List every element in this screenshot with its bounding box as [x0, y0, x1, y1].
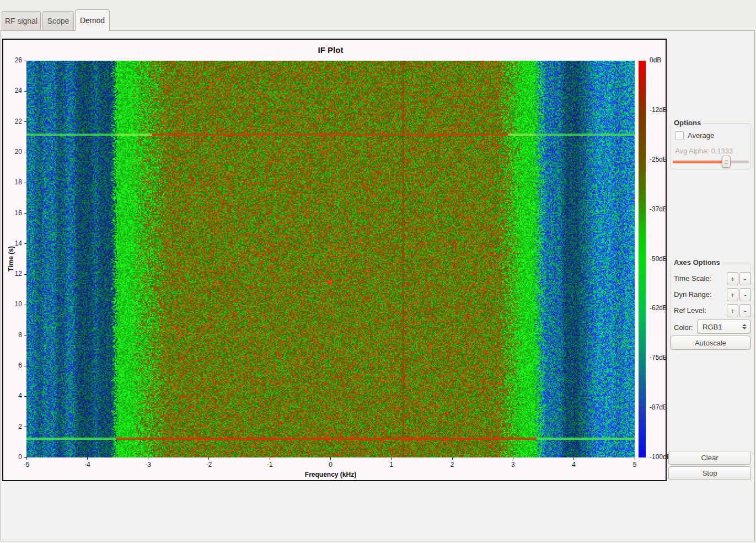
- options-group-title: Options: [672, 119, 703, 127]
- y-tick-label: 10: [2, 300, 22, 308]
- axes-options-group-title: Axes Options: [672, 258, 722, 267]
- plot-title: IF Plot: [26, 45, 635, 55]
- x-tick-mark: [208, 457, 209, 460]
- x-axis-label: Frequency (kHz): [26, 471, 635, 478]
- x-tick-mark: [148, 457, 148, 460]
- y-tick-mark: [24, 121, 26, 122]
- y-tick-mark: [24, 91, 26, 92]
- x-tick-label: -2: [198, 461, 220, 469]
- options-group: Options Average Avg Alpha: 0.1333: [670, 123, 751, 169]
- y-tick-label: 22: [2, 118, 22, 125]
- app-window: RF signal Scope Demod IF Plot Time (s) F…: [0, 0, 756, 543]
- colorbar-tick-label: 0dB: [650, 56, 679, 64]
- x-tick-mark: [391, 457, 392, 460]
- avg-alpha-label: Avg Alpha: 0.1333: [675, 147, 733, 155]
- x-tick-label: -1: [259, 461, 281, 469]
- y-tick-mark: [24, 335, 26, 336]
- y-tick-label: 6: [2, 361, 22, 369]
- dyn-range-label: Dyn Range:: [674, 290, 712, 299]
- ref-level-minus-button[interactable]: -: [739, 304, 751, 317]
- tab-demod[interactable]: Demod: [75, 9, 110, 31]
- y-tick-label: 0: [2, 453, 22, 461]
- ref-level-label: Ref Level:: [674, 306, 706, 315]
- x-tick-mark: [513, 457, 513, 460]
- y-tick-label: 24: [2, 87, 22, 94]
- y-tick-label: 4: [2, 392, 22, 400]
- average-checkbox[interactable]: [675, 131, 684, 140]
- y-tick-mark: [24, 183, 26, 183]
- y-tick-mark: [24, 152, 26, 152]
- x-tick-label: 1: [380, 461, 403, 469]
- color-combobox-value: RGB1: [703, 323, 722, 331]
- dyn-range-plus-button[interactable]: +: [727, 288, 738, 301]
- ref-level-plus-button[interactable]: +: [727, 304, 738, 317]
- y-tick-label: 16: [2, 209, 22, 217]
- x-tick-mark: [635, 457, 635, 460]
- y-tick-mark: [24, 243, 26, 244]
- y-tick-mark: [24, 213, 26, 214]
- tab-scope[interactable]: Scope: [42, 11, 74, 30]
- if-plot-panel: IF Plot Time (s) Frequency (kHz) 0246810…: [2, 39, 667, 481]
- y-tick-mark: [24, 61, 26, 61]
- y-tick-mark: [24, 366, 26, 366]
- colorbar-tick-label: -12dB: [650, 106, 679, 114]
- x-tick-mark: [87, 457, 88, 460]
- tab-content-panel: IF Plot Time (s) Frequency (kHz) 0246810…: [1, 30, 755, 541]
- y-tick-label: 14: [2, 239, 22, 247]
- time-scale-minus-button[interactable]: -: [739, 272, 751, 285]
- avg-alpha-slider-fill: [673, 161, 726, 163]
- x-tick-label: 0: [320, 461, 342, 469]
- y-tick-mark: [24, 396, 26, 397]
- avg-alpha-slider-handle[interactable]: [722, 156, 731, 168]
- time-scale-plus-button[interactable]: +: [727, 272, 738, 285]
- x-tick-mark: [452, 457, 453, 460]
- y-tick-mark: [24, 305, 26, 305]
- average-checkbox-label: Average: [688, 131, 714, 140]
- autoscale-button[interactable]: Autoscale: [671, 336, 750, 350]
- x-tick-label: 5: [624, 461, 646, 469]
- axes-options-group: Axes Options Time Scale: + - Dyn Range: …: [670, 263, 751, 350]
- dyn-range-minus-button[interactable]: -: [739, 288, 751, 301]
- x-tick-mark: [573, 457, 574, 460]
- spinner-arrows-icon[interactable]: [742, 320, 747, 333]
- tab-rf-signal[interactable]: RF signal: [2, 11, 41, 30]
- y-tick-mark: [24, 274, 26, 275]
- y-axis-label: Time (s): [7, 246, 15, 272]
- x-tick-label: -5: [15, 461, 37, 469]
- clear-button[interactable]: Clear: [668, 451, 751, 465]
- y-tick-label: 18: [2, 178, 22, 186]
- colorbar-tick-label: -87dB: [650, 403, 679, 411]
- x-tick-mark: [270, 457, 270, 460]
- x-tick-label: -4: [76, 461, 98, 469]
- x-tick-mark: [26, 457, 27, 460]
- color-label: Color:: [674, 323, 693, 332]
- x-tick-mark: [330, 457, 331, 460]
- color-combobox[interactable]: RGB1: [697, 320, 750, 334]
- x-tick-label: 2: [441, 461, 463, 469]
- y-tick-label: 2: [2, 423, 22, 430]
- x-tick-label: 3: [502, 461, 524, 469]
- avg-alpha-slider[interactable]: [673, 161, 749, 163]
- time-scale-label: Time Scale:: [674, 274, 711, 283]
- intensity-colorbar: [639, 61, 646, 457]
- waterfall-plot[interactable]: [26, 61, 635, 457]
- y-tick-label: 20: [2, 148, 22, 156]
- colorbar-tick-label: -75dB: [650, 354, 679, 361]
- stop-button[interactable]: Stop: [668, 466, 751, 480]
- x-tick-label: 4: [563, 461, 585, 469]
- y-tick-label: 12: [2, 270, 22, 278]
- y-tick-label: 26: [2, 56, 22, 64]
- y-tick-mark: [24, 427, 26, 427]
- y-tick-label: 8: [2, 331, 22, 339]
- x-tick-label: -3: [137, 461, 159, 469]
- colorbar-tick-label: -37dB: [650, 205, 679, 213]
